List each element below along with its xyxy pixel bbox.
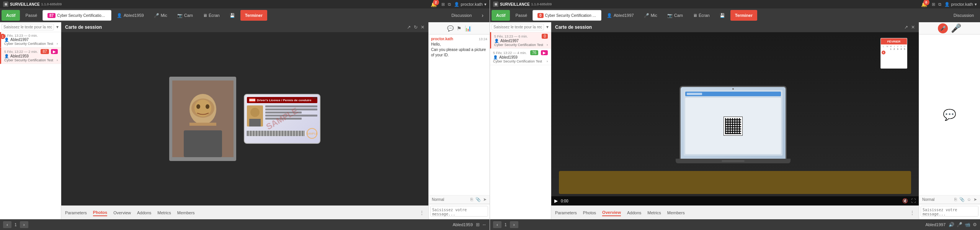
chat-copy-icon-right[interactable]: ⎘ [954,197,957,202]
expand-icon-right[interactable]: ↗ [904,25,908,30]
tab-ecran-right[interactable]: 🖥 Écran [688,10,714,21]
mic-muted-btn-right[interactable]: 🎤 [938,23,948,33]
chat-attach-icon-left[interactable]: 📎 [475,197,481,202]
chat-send-icon-right[interactable]: ➤ [973,197,977,202]
tab-passe-left[interactable]: Passé [21,10,42,21]
tab-parameters-left[interactable]: Parameters [65,210,87,216]
user-avatar-icon-right: 👤 [944,2,950,7]
notification-wrap-right[interactable]: 🔔 0 [921,2,927,7]
chat-attach-icon-right[interactable]: 📎 [959,197,965,202]
tab-terminer-right[interactable]: Terminer [730,10,757,21]
app-logo-right: ⊞ SURVEILLANCE 1.1.0-685d09 [493,2,552,7]
tab-overview-left[interactable]: Overview [113,210,131,216]
tab-members-left[interactable]: Members [177,210,195,216]
chat-input-right[interactable] [921,206,978,217]
sidebar-item-2-badge-right: 76 [530,50,538,55]
tab-save-right[interactable]: 💾 [715,10,730,21]
grid-icon-left[interactable]: ⊞ [441,2,445,7]
tab-more-right[interactable]: ⋮ [910,210,915,216]
bottom-speaker-icon-right[interactable]: 🔊 [949,222,954,227]
window-icon-right[interactable]: ⧉ [938,2,941,7]
user-avatar-icon-left: 👤 [454,2,459,7]
tab-discussion-left[interactable]: Discussion [447,10,476,21]
tab-exam-left[interactable]: 87 Cyber Security Certification Test [42,10,111,21]
tab-addons-left[interactable]: Addons [137,210,151,216]
tab-cam-right[interactable]: 📷 Cam [663,10,688,21]
tab-user-left[interactable]: 👤 Abled1959 [112,10,149,21]
search-filter-icon-left[interactable]: ▼ [56,25,59,29]
user-dropdown-icon-left: ▾ [484,2,487,7]
search-input-right[interactable] [492,24,544,30]
id-body-left [247,105,317,127]
bottom-mic-icon-right[interactable]: 🎤 [957,222,962,227]
chat-bubble-icon-left[interactable]: 💬 [447,25,454,31]
video-mute-icon-right[interactable]: 🔇 [902,198,908,204]
tab-more-left[interactable]: ⋮ [419,210,425,216]
grid-icon-right[interactable]: ⊞ [932,2,935,7]
tab-arrow-left[interactable]: › [477,10,488,21]
bottom-video-icon-right[interactable]: 📹 [965,222,970,227]
tab-members-right[interactable]: Members [667,210,685,216]
sidebar-item-2-right[interactable]: 5 Fév, 13:22 — 4 min. 76 ▶ 👤 Abled1959 C… [490,49,551,65]
notification-wrap-left[interactable]: 🔔 2 [431,2,437,7]
tab-passe-right[interactable]: Passé [511,10,532,21]
chat-flag-icon-left[interactable]: ⚑ [457,25,462,31]
close-icon-right[interactable]: ✕ [911,25,915,30]
bottom-settings-icon-right[interactable]: ⚙ [973,222,977,227]
tab-terminer-left[interactable]: Terminer [240,10,267,21]
app-version-left: 1.1.0-685d09 [41,2,62,6]
sidebar-search-left: ▼ ☰ [0,22,61,32]
chat-status-label-left: Normal [432,197,444,202]
id-face-svg [247,105,263,127]
tab-metrics-right[interactable]: Metrics [647,210,661,216]
chat-copy-icon-left[interactable]: ⎘ [470,197,473,202]
tab-save-left[interactable]: 💾 [225,10,240,21]
chat-chart-icon-left[interactable]: 📊 [465,25,471,31]
tab-mic-right[interactable]: 🎤 Mic [639,10,662,21]
bottom-icon-2-left[interactable]: ↔ [482,222,487,227]
chat-empty-icon-right: 💬 [943,108,956,121]
prev-page-btn-left[interactable]: ‹ [3,221,11,228]
window-icon-left[interactable]: ⧉ [448,2,451,7]
prev-page-btn-right[interactable]: ‹ [493,221,501,228]
sidebar-item-1-left[interactable]: 1 5 Fév, 13:23 — 0 min. 👤 Abled1997 Cybe… [0,32,61,48]
svg-point-9 [250,108,260,117]
tab-actif-right[interactable]: Actif [492,10,510,21]
bottom-icon-1-left[interactable]: ⊞ [476,222,480,227]
logo-icon-left: ⊞ [3,2,8,7]
chat-send-icon-left[interactable]: ➤ [483,197,487,202]
chat-bubble-icon-right[interactable]: 🎤 [951,23,961,33]
sidebar-item-1-exam-right: Cyber Security Certification Test › [494,43,548,47]
tab-photos-left[interactable]: Photos [93,209,107,216]
tab-metrics-left[interactable]: Metrics [157,210,171,216]
user-menu-left[interactable]: 👤 proctor.kath ▾ [454,2,487,7]
tab-addons-right[interactable]: Addons [627,210,641,216]
sidebar-item-1-right[interactable]: 5 Fév, 13:23 — 6 min. 0 👤 Abled1997 Cybe… [490,32,551,49]
next-page-btn-left[interactable]: › [20,221,28,228]
app-name-right: SURVEILLANCE [500,2,530,7]
tab-cam-left[interactable]: 📷 Cam [173,10,198,21]
tab-discussion-right[interactable]: Discussion [949,10,978,21]
tab-exam-right[interactable]: 0 Cyber Security Certification Test! [532,10,601,21]
expand-icon-left[interactable]: ↗ [407,25,411,30]
close-icon-left[interactable]: ✕ [421,25,425,30]
search-filter-icon-right[interactable]: ▼ [546,25,549,29]
tab-mic-left[interactable]: 🎤 Mic [149,10,172,21]
tab-user-right[interactable]: 👤 Abled1997 [602,10,639,21]
search-input-left[interactable] [2,24,54,30]
video-fullscreen-icon-right[interactable]: ⛶ [911,198,916,204]
refresh-icon-left[interactable]: ↻ [414,25,418,30]
tab-actif-left[interactable]: Actif [2,10,20,21]
tab-ecran-left[interactable]: 🖥 Écran [198,10,224,21]
video-play-btn-right[interactable]: ▶ [554,198,558,204]
tab-overview-right[interactable]: Overview [602,209,621,216]
chat-emoji-icon-right[interactable]: ☺ [967,197,971,202]
tab-parameters-right[interactable]: Parameters [555,210,577,216]
next-page-btn-right[interactable]: › [510,221,518,228]
ecran-icon-tab-right: 🖥 [693,13,697,18]
tab-photos-right[interactable]: Photos [583,210,596,216]
sidebar-item-2-left[interactable]: 5 Fév, 13:22 — 2 min. 87 ▶ 👤 Abled1959 C… [0,48,61,64]
chat-input-left[interactable] [430,206,488,217]
sidebar-item-1-user-right: 👤 Abled1997 [494,39,548,43]
user-menu-right[interactable]: 👤 proctor.kath ▾ [944,2,977,7]
